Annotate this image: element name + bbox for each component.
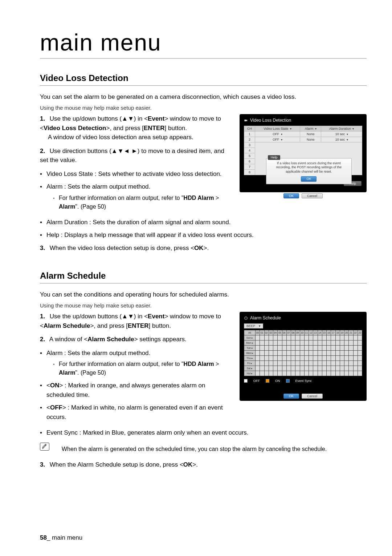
grid-cell: [256, 351, 260, 355]
grid-cell: [309, 335, 313, 340]
grid-cell: [265, 335, 269, 340]
camera-icon: [244, 118, 248, 122]
text: OK: [183, 461, 193, 468]
ok-button[interactable]: OK: [283, 193, 299, 198]
grid-cell: [278, 366, 282, 371]
grid-cell: [278, 346, 282, 350]
grid-cell: Mon ▸: [244, 341, 255, 345]
grid-cell: [349, 346, 353, 350]
grid-cell: [287, 366, 291, 371]
grid-cell: [260, 361, 264, 366]
text: ] button.: [149, 322, 171, 329]
alarm-select[interactable]: BEEP ▾: [244, 323, 263, 329]
grid-cell: [336, 351, 340, 355]
grid-cell: [322, 366, 326, 371]
grid-cell: [305, 341, 309, 345]
grid-cell: [300, 366, 304, 371]
text: If a video loss event occurs during the …: [276, 161, 342, 173]
text: ". (Page 50): [75, 204, 106, 210]
grid-cell: [354, 361, 358, 366]
grid-cell: [295, 356, 299, 360]
grid-cell: [318, 351, 322, 355]
grid-cell: [256, 371, 260, 376]
grid-cell: [340, 341, 344, 345]
grid-cell: 19: [340, 330, 344, 335]
text: <: [46, 404, 50, 411]
grid-cell: [358, 366, 362, 371]
grid-cell: [344, 361, 348, 366]
grid-cell: [273, 361, 277, 366]
grid-cell: [331, 361, 335, 366]
grid-cell: [354, 346, 358, 350]
grid-cell: [291, 371, 295, 376]
grid-cell: [256, 346, 260, 350]
grid-cell: [327, 366, 331, 371]
svg-rect-0: [244, 120, 246, 121]
cell: 6: [244, 159, 255, 164]
text: For further information on alarm output,…: [59, 195, 184, 201]
grid-cell: [309, 361, 313, 366]
grid-cell: [282, 341, 286, 345]
grid-cell: [327, 351, 331, 355]
grid-cell: [331, 351, 335, 355]
grid-cell: [344, 356, 348, 360]
grid-cell: [318, 371, 322, 376]
cell: 3: [244, 142, 255, 148]
grid-cell: [278, 361, 282, 366]
paragraph: You can set the conditions and operating…: [40, 290, 367, 299]
grid-cell: [322, 371, 326, 376]
text: Use direction buttons (▲▼◄ ►) to move to…: [40, 148, 224, 164]
list-item: 1. Use the up/down buttons (▲▼) in <Even…: [40, 114, 231, 142]
swatch-on: [266, 379, 269, 383]
cancel-button[interactable]: Cancel: [302, 394, 323, 399]
grid-cell: [300, 335, 304, 340]
grid-cell: [331, 356, 335, 360]
text: Alarm Schedule: [250, 315, 281, 321]
cell: 10 sec ▾: [321, 137, 362, 142]
grid-cell: [260, 346, 264, 350]
grid-cell: 12: [309, 330, 313, 335]
grid-cell: [287, 335, 291, 340]
cell: 1: [244, 132, 255, 137]
grid-cell: [291, 351, 295, 355]
grid-cell: [295, 341, 299, 345]
ok-button[interactable]: OK: [283, 394, 299, 399]
grid-cell: [322, 346, 326, 350]
text: ENTER: [128, 322, 149, 329]
screenshot-video-loss-dialog: Video Loss Detection CH Video Loss State…: [240, 114, 367, 192]
grid-cell: [340, 335, 344, 340]
grid-cell: 13: [313, 330, 317, 335]
grid-cell: 21: [349, 330, 353, 335]
grid-cell: [305, 366, 309, 371]
cell: None: [300, 132, 321, 137]
grid-cell: [344, 346, 348, 350]
text: Alarm Schedule: [87, 336, 134, 343]
grid-cell: [354, 356, 358, 360]
cancel-button[interactable]: Cancel: [302, 193, 323, 198]
grid-cell: [269, 366, 273, 371]
dialog-title: Alarm Schedule: [244, 315, 362, 321]
text: Alarm: [59, 204, 75, 210]
grid-cell: 08: [291, 330, 295, 335]
text: Video Loss Detection: [250, 118, 291, 123]
grid-cell: [318, 361, 322, 366]
text: >: [214, 195, 219, 201]
grid-cell: [295, 346, 299, 350]
page-footer: 58_ main menu: [40, 534, 82, 541]
schedule-grid[interactable]: All0001020304050607080910111213141516171…: [244, 330, 362, 376]
ok-button[interactable]: OK: [301, 176, 317, 182]
grid-cell: [278, 335, 282, 340]
grid-cell: [313, 351, 317, 355]
grid-cell: 07: [287, 330, 291, 335]
grid-cell: [287, 361, 291, 366]
grid-cell: [309, 371, 313, 376]
list-item: <OFF> : Marked in white, no alarm is gen…: [40, 403, 231, 422]
step-number: 1.: [40, 114, 48, 124]
step-number: 3.: [40, 243, 48, 253]
grid-cell: [269, 361, 273, 366]
grid-cell: [282, 371, 286, 376]
text: Use the up/down buttons (▲▼) in <: [50, 115, 148, 122]
grid-cell: [336, 356, 340, 360]
grid-cell: [336, 366, 340, 371]
grid-cell: Sun ▸: [244, 335, 255, 340]
